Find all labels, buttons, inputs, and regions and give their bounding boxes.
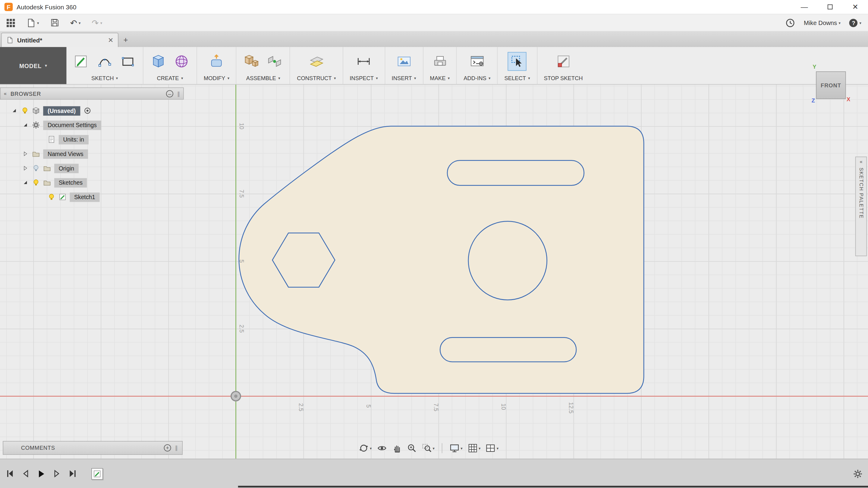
make-icon[interactable] <box>432 53 448 70</box>
tree-item-label[interactable]: Sketch1 <box>70 192 99 201</box>
timeline-settings-button[interactable] <box>853 469 862 478</box>
timeline-scrollbar[interactable] <box>238 486 868 488</box>
collapse-panel-icon[interactable]: « <box>4 91 7 96</box>
undo-button[interactable]: ↶ ▾ <box>70 19 81 27</box>
chevron-down-icon: ▾ <box>528 76 530 80</box>
viewports-button[interactable]: ▾ <box>486 443 498 453</box>
browser-header[interactable]: « BROWSER – ∥ <box>0 87 184 99</box>
create-sketch-icon[interactable] <box>73 53 90 70</box>
tree-row-sketch1[interactable]: Sketch1 <box>0 190 184 204</box>
stop-sketch-icon[interactable] <box>555 53 572 70</box>
scripts-addins-icon[interactable] <box>469 53 485 70</box>
file-menu-button[interactable]: ▾ <box>26 18 39 27</box>
look-at-button[interactable] <box>377 443 387 453</box>
new-component-icon[interactable] <box>243 53 260 70</box>
measure-icon[interactable] <box>355 53 372 70</box>
select-menu[interactable]: SELECT ▾ <box>504 75 530 82</box>
pan-button[interactable] <box>392 443 402 453</box>
orbit-button[interactable]: ▾ <box>359 443 372 453</box>
tree-item-label[interactable]: (Unsaved) <box>43 106 80 116</box>
press-pull-icon[interactable] <box>208 53 225 70</box>
display-settings-button[interactable]: ▾ <box>450 443 462 453</box>
minimize-button[interactable]: — <box>792 0 817 14</box>
comments-bar[interactable]: COMMENTS + ∥ <box>3 441 183 455</box>
addins-menu[interactable]: ADD-INS ▾ <box>464 75 490 82</box>
close-button[interactable]: ✕ <box>843 0 868 14</box>
tree-row-named-views[interactable]: Named Views <box>0 147 184 161</box>
sketch-menu[interactable]: SKETCH ▾ <box>91 75 118 82</box>
construct-menu[interactable]: CONSTRUCT ▾ <box>297 75 336 82</box>
save-button[interactable] <box>50 19 59 27</box>
origin-marker[interactable] <box>231 391 241 401</box>
look-at-icon <box>377 443 387 453</box>
create-menu[interactable]: CREATE ▾ <box>157 75 183 82</box>
spline-icon[interactable] <box>96 53 113 70</box>
tree-row-sketches[interactable]: Sketches <box>0 175 184 190</box>
browser-minimize-button[interactable]: – <box>166 90 173 97</box>
rectangle-tool-icon[interactable] <box>120 53 136 70</box>
modify-menu[interactable]: MODIFY ▾ <box>204 75 229 82</box>
sketch-palette-label: SKETCH PALETTE <box>858 168 864 219</box>
tree-row-origin[interactable]: Origin <box>0 161 184 175</box>
redo-button[interactable]: ↷ ▾ <box>92 19 102 27</box>
user-account-button[interactable]: Mike Downs ▾ <box>804 19 841 26</box>
tree-row-root[interactable]: (Unsaved) <box>0 103 184 118</box>
stop-sketch-button[interactable]: STOP SKETCH <box>544 75 583 82</box>
joint-icon[interactable] <box>267 53 283 70</box>
workspace-switcher[interactable]: MODEL ▾ <box>0 47 66 84</box>
step-forward-button[interactable] <box>53 469 61 478</box>
grid-snaps-button[interactable]: ▾ <box>467 443 480 453</box>
model-canvas[interactable]: 10 7.5 5 2.5 2.5 5 7.5 10 12.5 Y FRONT X… <box>0 85 868 459</box>
help-button[interactable]: ? ▾ <box>849 19 861 27</box>
view-cube[interactable]: Y FRONT X Z <box>812 64 850 108</box>
comments-expand-button[interactable]: + <box>164 444 171 452</box>
insert-menu[interactable]: INSERT ▾ <box>392 75 416 82</box>
go-to-start-button[interactable] <box>5 469 14 478</box>
visibility-bulb-icon[interactable] <box>32 178 40 187</box>
file-icon <box>26 18 35 27</box>
activate-component-radio-icon[interactable] <box>84 107 91 115</box>
tree-item-label[interactable]: Named Views <box>43 149 88 158</box>
make-menu[interactable]: MAKE ▾ <box>430 75 450 82</box>
step-back-button[interactable] <box>21 469 30 478</box>
tree-item-label[interactable]: Sketches <box>54 178 87 187</box>
expanded-arrow-icon[interactable] <box>22 179 29 186</box>
zoom-button[interactable] <box>407 443 416 453</box>
insert-image-icon[interactable] <box>396 53 412 70</box>
panel-grip-icon[interactable]: ∥ <box>177 90 180 96</box>
y-axis-tick: 5 <box>239 260 245 263</box>
sketch-palette-tab[interactable]: « SKETCH PALETTE <box>855 157 867 256</box>
view-cube-front-face[interactable]: FRONT <box>816 71 846 99</box>
zoom-window-button[interactable]: ▾ <box>422 443 435 453</box>
tab-close-icon[interactable]: ✕ <box>108 36 113 44</box>
panel-grip-icon[interactable]: ∥ <box>175 445 178 451</box>
maximize-button[interactable] <box>817 0 842 14</box>
visibility-bulb-icon[interactable] <box>21 107 29 115</box>
app-grid-button[interactable] <box>7 19 15 27</box>
inspect-menu[interactable]: INSPECT ▾ <box>350 75 378 82</box>
play-button[interactable] <box>36 469 46 478</box>
new-tab-button[interactable]: + <box>119 33 133 47</box>
construction-plane-icon[interactable] <box>308 53 324 70</box>
extrude-icon[interactable] <box>150 53 167 70</box>
expanded-arrow-icon[interactable] <box>22 122 29 128</box>
window-controls: — ✕ <box>792 0 868 14</box>
expanded-arrow-icon[interactable] <box>11 107 18 114</box>
visibility-bulb-icon[interactable] <box>48 193 56 201</box>
tree-item-label[interactable]: Units: in <box>59 135 89 144</box>
tree-item-label[interactable]: Origin <box>54 164 79 173</box>
tree-row-units[interactable]: Units: in <box>0 132 184 147</box>
job-status-button[interactable] <box>785 18 795 27</box>
go-to-end-button[interactable] <box>68 469 77 478</box>
sketch-profile[interactable] <box>239 126 644 393</box>
select-tool-icon[interactable] <box>509 54 525 69</box>
collapsed-arrow-icon[interactable] <box>22 151 29 157</box>
tree-item-label[interactable]: Document Settings <box>43 120 101 130</box>
tree-row-document-settings[interactable]: Document Settings <box>0 118 184 132</box>
visibility-bulb-off-icon[interactable] <box>32 164 40 172</box>
form-icon[interactable] <box>173 53 190 70</box>
assemble-menu[interactable]: ASSEMBLE ▾ <box>246 75 280 82</box>
collapsed-arrow-icon[interactable] <box>22 165 29 171</box>
timeline-sketch-feature[interactable] <box>91 468 103 480</box>
document-tab[interactable]: Untitled* ✕ <box>1 33 119 47</box>
